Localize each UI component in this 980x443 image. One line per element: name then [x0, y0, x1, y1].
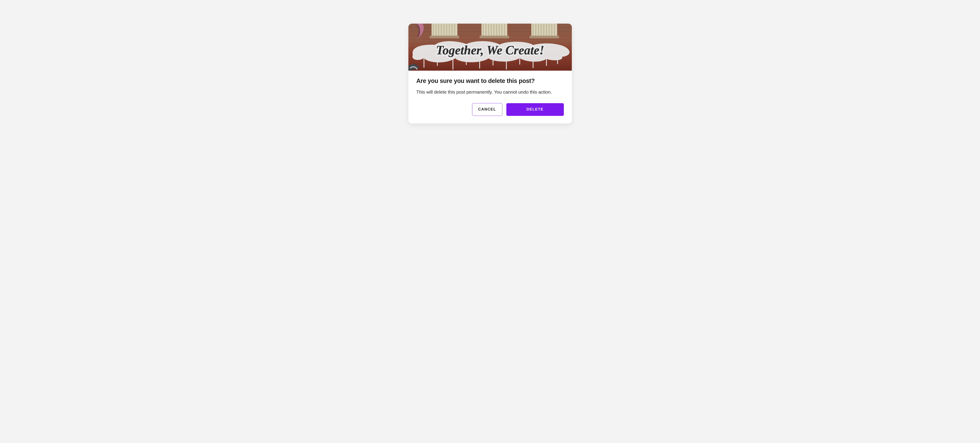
dialog-hero-image: Together, We Create! Together, We Create… [408, 24, 572, 71]
svg-rect-33 [430, 36, 459, 38]
dialog-actions: CANCEL DELETE [417, 103, 564, 116]
dialog-body: Are you sure you want to delete this pos… [408, 71, 572, 123]
svg-rect-45 [531, 24, 557, 36]
dialog-description: This will delete this post permanently. … [417, 88, 559, 96]
svg-rect-34 [481, 24, 507, 36]
dialog-title: Are you sure you want to delete this pos… [417, 77, 564, 85]
svg-rect-55 [530, 36, 559, 38]
cancel-button[interactable]: CANCEL [472, 103, 502, 116]
svg-rect-44 [480, 36, 509, 38]
svg-rect-23 [431, 24, 457, 36]
delete-button[interactable]: DELETE [506, 103, 564, 116]
confirm-delete-dialog: Together, We Create! Together, We Create… [408, 24, 572, 123]
mural-caption: Together, We Create! [436, 43, 544, 57]
